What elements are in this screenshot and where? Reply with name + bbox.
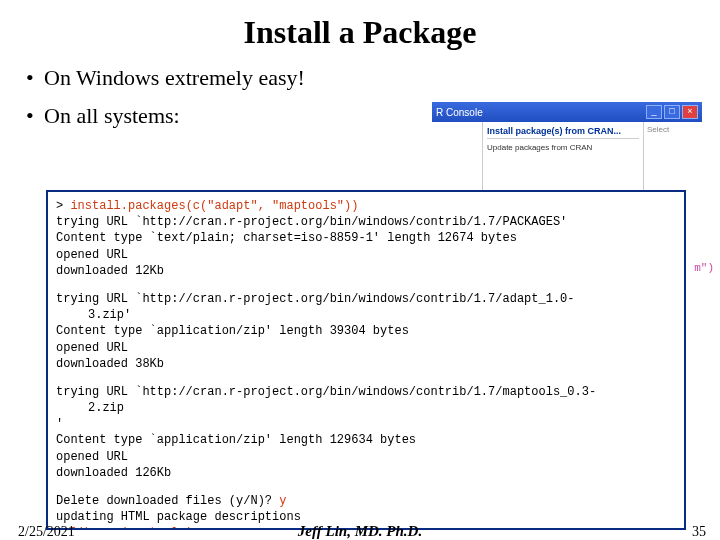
console-line: Content type `application/zip' length 39… <box>56 324 409 338</box>
console-line: Content type `text/plain; charset=iso-88… <box>56 231 517 245</box>
console-line: trying URL `http://cran.r-project.org/bi… <box>56 215 567 229</box>
console-line: opened URL <box>56 248 128 262</box>
console-line: 3.zip' <box>56 308 131 322</box>
console-line: downloaded 38Kb <box>56 357 164 371</box>
r-console-output: > install.packages(c("adapt", "maptools"… <box>46 190 686 530</box>
console-block: trying URL `http://cran.r-project.org/bi… <box>56 384 676 481</box>
console-line: trying URL `http://cran.r-project.org/bi… <box>56 292 574 306</box>
slide-title: Install a Package <box>0 14 720 51</box>
console-command: install.packages(c("adapt", "maptools")) <box>70 199 358 213</box>
window-title: R Console <box>436 107 483 118</box>
console-block: trying URL `http://cran.r-project.org/bi… <box>56 291 676 372</box>
console-line: 2.zip <box>56 401 124 415</box>
console-line: Content type `application/zip' length 12… <box>56 433 416 447</box>
bullet-item: On Windows extremely easy! <box>26 65 720 91</box>
menu-item: Update packages from CRAN <box>487 143 639 152</box>
menu-item: Install package(s) from CRAN... <box>487 126 639 139</box>
console-answer: y <box>279 494 286 508</box>
console-line: opened URL <box>56 341 128 355</box>
maximize-icon: □ <box>664 105 680 119</box>
console-prompt: > <box>56 199 70 213</box>
console-line: Delete downloaded files (y/N)? <box>56 494 279 508</box>
window-controls: _ □ × <box>646 105 698 119</box>
console-line: downloaded 12Kb <box>56 264 164 278</box>
console-line: downloaded 126Kb <box>56 466 171 480</box>
console-block: > install.packages(c("adapt", "maptools"… <box>56 198 676 279</box>
footer-page-number: 35 <box>692 524 706 540</box>
console-line: opened URL <box>56 450 128 464</box>
console-line: ' <box>56 417 63 431</box>
close-icon: × <box>682 105 698 119</box>
console-line: trying URL `http://cran.r-project.org/bi… <box>56 385 596 399</box>
window-titlebar: R Console _ □ × <box>432 102 702 122</box>
slide: Install a Package On Windows extremely e… <box>0 14 720 540</box>
footer-author: Jeff Lin, MD. Ph.D. <box>0 523 720 540</box>
background-fragment: m") <box>694 262 714 274</box>
minimize-icon: _ <box>646 105 662 119</box>
